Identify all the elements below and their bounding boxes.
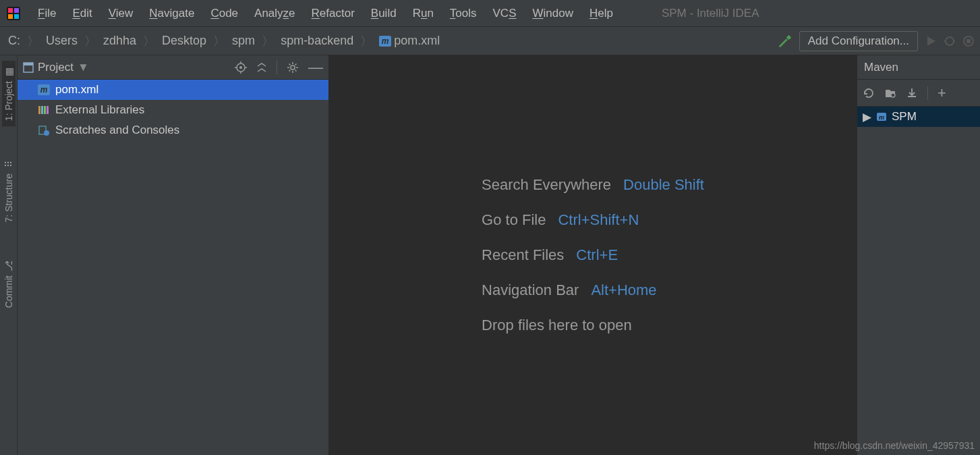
svg-point-13	[239, 66, 242, 69]
tool-tab-commit[interactable]: Commit ⎇	[2, 255, 16, 313]
project-panel-header: Project ▼ —	[18, 55, 328, 80]
svg-rect-21	[44, 106, 46, 114]
toolbar-right: Add Configuration...	[778, 31, 975, 51]
tree-item-scratches[interactable]: Scratches and Consoles	[18, 120, 328, 140]
svg-rect-22	[47, 106, 49, 114]
navigation-bar: C:〉 Users〉 zdhha〉 Desktop〉 spm〉 spm-back…	[0, 27, 980, 55]
crumb-desktop[interactable]: Desktop	[159, 32, 209, 49]
maven-project-item[interactable]: ▶ m SPM	[857, 107, 980, 127]
dropdown-triangle-icon: ▼	[78, 61, 89, 74]
svg-rect-19	[38, 106, 40, 114]
chevron-right-icon: 〉	[26, 33, 40, 49]
menu-file[interactable]: File	[30, 4, 64, 23]
tree-item-pom[interactable]: m pom.xml	[18, 80, 328, 100]
svg-point-5	[946, 37, 954, 45]
editor-empty-area[interactable]: Search Everywhere Double Shift Go to Fil…	[329, 55, 857, 455]
svg-rect-2	[14, 8, 19, 13]
locate-icon[interactable]	[235, 61, 247, 74]
app-logo-icon	[5, 5, 22, 22]
project-tree: m pom.xml External Libraries Scratches a…	[18, 80, 328, 140]
svg-rect-20	[41, 106, 43, 114]
tree-item-external-libraries[interactable]: External Libraries	[18, 100, 328, 120]
maven-module-icon: m	[875, 111, 888, 122]
tool-tab-project-label: 1: Project	[3, 81, 14, 121]
project-panel-title[interactable]: Project ▼	[23, 61, 89, 74]
menu-navigate[interactable]: Navigate	[141, 4, 202, 23]
editor-hints: Search Everywhere Double Shift Go to Fil…	[482, 176, 704, 334]
hint-shortcut: Ctrl+E	[576, 246, 618, 264]
crumb-backend[interactable]: spm-backend	[278, 32, 356, 49]
menu-vcs[interactable]: VCS	[485, 4, 525, 23]
menu-refactor[interactable]: Refactor	[304, 4, 363, 23]
svg-point-25	[891, 93, 895, 97]
hint-shortcut: Alt+Home	[591, 282, 656, 299]
menu-view[interactable]: View	[100, 4, 142, 23]
run-icon[interactable]	[925, 35, 937, 47]
svg-rect-3	[8, 14, 13, 19]
svg-point-18	[291, 65, 295, 70]
tool-tab-structure[interactable]: 7: Structure ⠿	[2, 153, 16, 228]
stop-icon[interactable]	[962, 35, 975, 47]
breadcrumb: C:〉 Users〉 zdhha〉 Desktop〉 spm〉 spm-back…	[5, 32, 442, 49]
generate-sources-icon[interactable]	[884, 87, 896, 99]
hint-shortcut: Ctrl+Shift+N	[558, 211, 639, 229]
project-view-icon	[23, 62, 34, 73]
hint-label: Search Everywhere	[482, 176, 611, 194]
project-panel: Project ▼ — m pom.xml External Libraries	[18, 55, 329, 455]
separator	[277, 61, 277, 74]
separator	[927, 86, 928, 100]
gear-icon[interactable]	[287, 61, 299, 74]
menu-tools[interactable]: Tools	[442, 4, 485, 23]
chevron-right-icon: 〉	[142, 33, 156, 49]
hint-label: Navigation Bar	[482, 282, 579, 299]
menu-run[interactable]: Run	[405, 4, 442, 23]
menu-build[interactable]: Build	[363, 4, 405, 23]
maven-project-label: SPM	[892, 110, 917, 124]
svg-point-24	[44, 130, 49, 136]
drop-files-hint: Drop files here to open	[482, 317, 704, 334]
expand-triangle-icon: ▶	[863, 110, 871, 124]
tool-tab-structure-label: 7: Structure	[3, 173, 14, 222]
crumb-pom-label: pom.xml	[394, 34, 440, 48]
tree-item-label: External Libraries	[55, 103, 144, 117]
scratch-icon	[38, 125, 50, 136]
hide-icon[interactable]: —	[308, 64, 323, 71]
tool-tab-project[interactable]: 1: Project ▦	[2, 61, 16, 126]
left-tool-gutter: 1: Project ▦ 7: Structure ⠿ Commit ⎇	[0, 55, 18, 455]
svg-rect-11	[24, 63, 33, 65]
crumb-spm[interactable]: spm	[229, 32, 258, 49]
maven-panel-title: Maven	[857, 55, 980, 80]
chevron-right-icon: 〉	[212, 33, 227, 49]
build-icon[interactable]	[778, 34, 792, 49]
hint-navigation-bar: Navigation Bar Alt+Home	[482, 282, 704, 299]
main-body: 1: Project ▦ 7: Structure ⠿ Commit ⎇ Pro…	[0, 55, 980, 455]
svg-rect-9	[967, 39, 971, 43]
download-sources-icon[interactable]	[906, 87, 918, 99]
hint-goto-file: Go to File Ctrl+Shift+N	[482, 211, 704, 229]
project-panel-tools: —	[235, 61, 323, 74]
crumb-users[interactable]: Users	[43, 32, 80, 49]
hint-label: Go to File	[482, 211, 546, 229]
menu-analyze[interactable]: Analyze	[246, 4, 304, 23]
add-icon[interactable]: +	[938, 84, 946, 102]
menu-help[interactable]: Help	[581, 4, 621, 23]
crumb-user[interactable]: zdhha	[100, 32, 139, 49]
collapse-all-icon[interactable]	[256, 62, 267, 73]
menu-window[interactable]: Window	[525, 4, 581, 23]
reload-icon[interactable]	[863, 87, 875, 99]
hint-label: Recent Files	[482, 246, 564, 264]
maven-file-icon: m	[38, 84, 50, 95]
add-configuration-button[interactable]: Add Configuration...	[799, 31, 918, 51]
crumb-drive[interactable]: C:	[5, 32, 23, 49]
hint-recent-files: Recent Files Ctrl+E	[482, 246, 704, 264]
tree-item-label: pom.xml	[55, 83, 98, 97]
menu-edit[interactable]: Edit	[64, 4, 100, 23]
tool-tab-commit-label: Commit	[3, 275, 14, 308]
crumb-pom[interactable]: mpom.xml	[376, 32, 442, 49]
window-title: SPM - IntelliJ IDEA	[662, 7, 759, 20]
debug-icon[interactable]	[944, 35, 956, 47]
library-icon	[38, 105, 50, 115]
menu-code[interactable]: Code	[202, 4, 246, 23]
project-panel-title-text: Project	[38, 61, 74, 74]
commit-icon: ⎇	[3, 261, 14, 271]
